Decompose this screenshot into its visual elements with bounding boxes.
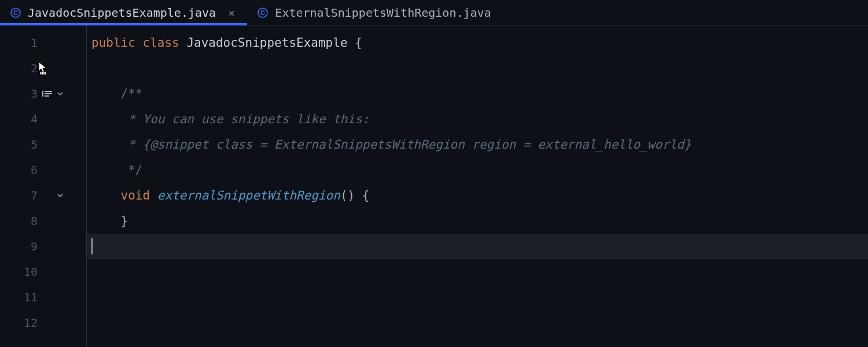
doc-render-icon[interactable] [42,90,53,98]
chevron-down-icon[interactable] [56,191,64,200]
line-number: 5 [0,138,38,152]
line-number: 2 [0,61,38,75]
code-line[interactable]: } [87,208,868,234]
tab-javadoc-snippets[interactable]: C JavadocSnippetsExample.java ✕ [0,0,247,25]
line-number: 4 [0,112,38,126]
code-line-current[interactable] [87,234,868,259]
caret [91,238,93,254]
line-number: 9 [0,239,38,253]
gutter-row: 3 [0,81,86,106]
line-number: 1 [0,36,38,50]
code-line[interactable] [87,285,868,310]
gutter-row: 2 [0,56,86,81]
line-number: 6 [0,163,38,177]
code-line[interactable]: /** [87,81,868,106]
line-number: 8 [0,214,38,228]
keyword: public [91,36,135,50]
brace: } [91,214,128,228]
line-number: 11 [0,290,38,304]
gutter-row: 11 [0,285,86,310]
method-name: externalSnippetWithRegion [157,189,340,202]
tab-label: JavadocSnippetsExample.java [28,6,216,20]
gutter-row: 12 [0,310,86,335]
gutter-row: 10 [0,259,86,285]
chevron-down-icon[interactable] [56,90,64,98]
tab-bar: C JavadocSnippetsExample.java ✕ C Extern… [0,0,868,25]
gutter-row: 1 [0,30,86,56]
class-name: JavadocSnippetsExample [186,36,347,50]
code-line[interactable] [87,310,868,335]
javadoc: * {@snippet class = ExternalSnippetsWith… [91,138,692,152]
line-number: 7 [0,189,38,202]
code-area[interactable]: public class JavadocSnippetsExample { /*… [87,25,868,347]
brace: { [348,36,362,50]
keyword: void [121,189,150,202]
javadoc: * You can use snippets like this: [91,112,369,126]
code-line[interactable]: */ [87,157,868,183]
gutter: 1 2 3 4 5 6 7 8 9 [0,25,87,347]
close-icon[interactable]: ✕ [226,7,237,19]
code-line[interactable]: void externalSnippetWithRegion() { [87,183,868,208]
code-line[interactable]: * {@snippet class = ExternalSnippetsWith… [87,132,868,157]
svg-text:C: C [13,9,18,16]
tab-external-snippets[interactable]: C ExternalSnippetsWithRegion.java [247,0,501,25]
code-line[interactable] [87,56,868,81]
line-number: 3 [0,87,38,101]
line-number: 12 [0,316,38,330]
gutter-row: 9 [0,234,86,259]
code-line[interactable] [87,259,868,285]
svg-text:C: C [260,9,265,16]
gutter-row: 7 [0,183,86,208]
javadoc: /** [91,87,143,101]
tab-label: ExternalSnippetsWithRegion.java [275,6,491,20]
gutter-row: 4 [0,106,86,132]
gutter-row: 8 [0,208,86,234]
javadoc: */ [91,163,143,177]
code-line[interactable]: public class JavadocSnippetsExample { [87,30,868,56]
editor: 1 2 3 4 5 6 7 8 9 [0,25,868,347]
code-line[interactable]: * You can use snippets like this: [87,106,868,132]
line-number: 10 [0,265,38,279]
gutter-row: 6 [0,157,86,183]
keyword: class [143,36,179,50]
class-icon: C [10,8,21,18]
gutter-row: 5 [0,132,86,157]
paren-brace: () { [340,189,370,202]
class-icon: C [258,8,268,18]
